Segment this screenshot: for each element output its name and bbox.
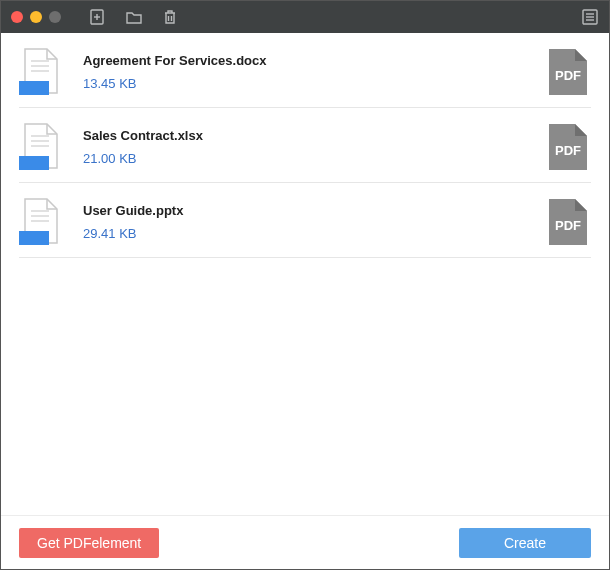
file-size: 13.45 KB [83, 76, 527, 91]
svg-text:PDF: PDF [555, 143, 581, 158]
svg-rect-15 [19, 156, 49, 170]
document-icon [19, 122, 65, 172]
trash-icon[interactable] [161, 8, 179, 26]
footer: Get PDFelement Create [1, 515, 609, 569]
document-icon [19, 47, 65, 97]
window-controls [11, 11, 61, 23]
close-window-button[interactable] [11, 11, 23, 23]
svg-text:PDF: PDF [555, 68, 581, 83]
folder-icon[interactable] [125, 8, 143, 26]
pdf-target-icon: PDF [545, 197, 591, 247]
svg-rect-10 [19, 81, 49, 95]
pdf-target-icon: PDF [545, 122, 591, 172]
file-name: Sales Contract.xlsx [83, 128, 527, 143]
document-icon [19, 197, 65, 247]
file-list: Agreement For Services.docx 13.45 KB PDF… [1, 33, 609, 515]
add-file-icon[interactable] [89, 8, 107, 26]
minimize-window-button[interactable] [30, 11, 42, 23]
file-row[interactable]: User Guide.pptx 29.41 KB PDF [19, 183, 591, 258]
file-size: 29.41 KB [83, 226, 527, 241]
svg-text:PDF: PDF [555, 218, 581, 233]
list-view-icon[interactable] [581, 8, 599, 26]
file-name: User Guide.pptx [83, 203, 527, 218]
file-row[interactable]: Agreement For Services.docx 13.45 KB PDF [19, 33, 591, 108]
file-info: User Guide.pptx 29.41 KB [83, 203, 527, 241]
pdf-target-icon: PDF [545, 47, 591, 97]
file-row[interactable]: Sales Contract.xlsx 21.00 KB PDF [19, 108, 591, 183]
file-size: 21.00 KB [83, 151, 527, 166]
create-button[interactable]: Create [459, 528, 591, 558]
maximize-window-button[interactable] [49, 11, 61, 23]
file-name: Agreement For Services.docx [83, 53, 527, 68]
titlebar [1, 1, 609, 33]
toolbar [89, 8, 179, 26]
file-info: Sales Contract.xlsx 21.00 KB [83, 128, 527, 166]
file-info: Agreement For Services.docx 13.45 KB [83, 53, 527, 91]
svg-rect-20 [19, 231, 49, 245]
get-pdfelement-button[interactable]: Get PDFelement [19, 528, 159, 558]
